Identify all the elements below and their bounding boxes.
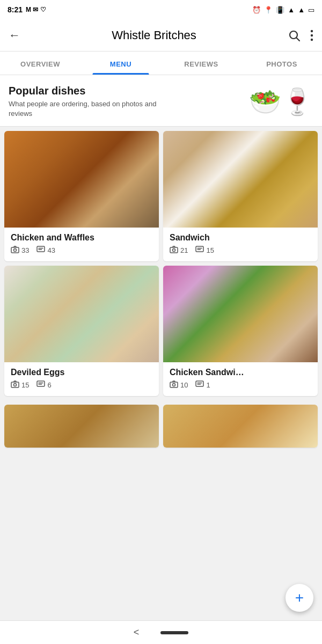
time-display: 8:21 (8, 5, 23, 14)
search-button[interactable] (288, 29, 301, 42)
app-bar-actions (288, 29, 313, 42)
svg-point-21 (173, 384, 175, 386)
svg-rect-5 (11, 247, 19, 253)
popular-dishes-header: Popular dishes What people are ordering,… (0, 75, 322, 127)
photo-stat-sandwich: 21 (170, 246, 188, 255)
dish-name-chicken-waffles: Chicken and Waffles (11, 233, 152, 243)
photo-stat-deviled-eggs: 15 (11, 380, 29, 390)
svg-point-4 (311, 38, 313, 40)
location-icon: 📍 (264, 6, 273, 14)
home-indicator[interactable] (160, 631, 188, 634)
popular-subtext: What people are ordering, based on photo… (9, 99, 170, 119)
partial-image-2 (163, 405, 318, 448)
svg-point-16 (14, 384, 17, 386)
review-stat-chicken-sandwich: 1 (195, 380, 210, 390)
alarm-icon: ⏰ (252, 6, 261, 14)
dish-image-deviled-eggs (4, 266, 159, 362)
svg-point-3 (311, 34, 313, 36)
tab-bar: OVERVIEW MENU REVIEWS PHOTOS (0, 52, 322, 75)
dish-image-chicken-waffles (4, 131, 159, 228)
dish-card-sandwich[interactable]: Sandwich 21 (163, 131, 318, 261)
photo-stat-chicken-waffles: 33 (11, 246, 29, 255)
partial-card-2[interactable] (163, 405, 318, 448)
back-button[interactable]: ← (9, 28, 20, 42)
photo-icon-3 (11, 380, 19, 390)
svg-rect-7 (37, 246, 45, 252)
photo-icon (11, 246, 19, 255)
bottom-nav: < (0, 620, 322, 644)
review-stat-deviled-eggs: 6 (36, 380, 51, 390)
nav-back-button[interactable]: < (134, 627, 140, 638)
partial-image-1 (4, 405, 159, 448)
dish-grid: Chicken and Waffles 33 (0, 127, 322, 400)
dish-name-deviled-eggs: Deviled Eggs (11, 368, 152, 377)
svg-rect-17 (37, 381, 45, 386)
wifi-icon: ▲ (288, 6, 295, 14)
partial-card-1[interactable] (4, 405, 159, 448)
svg-rect-22 (196, 381, 203, 386)
dish-card-chicken-waffles[interactable]: Chicken and Waffles 33 (4, 131, 159, 261)
signal-icon: ▲ (298, 6, 305, 14)
svg-rect-10 (170, 247, 178, 253)
popular-heading: Popular dishes (9, 85, 170, 97)
svg-rect-12 (196, 246, 203, 252)
review-stat-chicken-waffles: 43 (36, 246, 55, 255)
tab-photos[interactable]: PHOTOS (241, 52, 322, 75)
partial-dish-row (0, 400, 322, 452)
svg-point-2 (311, 30, 313, 32)
dish-card-chicken-sandwich[interactable]: Chicken Sandwi… 10 (163, 266, 318, 396)
dish-name-chicken-sandwich: Chicken Sandwi… (170, 368, 311, 377)
dish-card-deviled-eggs[interactable]: Deviled Eggs 15 (4, 266, 159, 396)
svg-point-6 (14, 249, 17, 252)
status-time: 8:21 M ✉ ♡ (8, 5, 46, 14)
dish-name-sandwich: Sandwich (170, 233, 311, 243)
more-options-button[interactable] (310, 29, 313, 42)
dish-image-chicken-sandwich (163, 266, 318, 362)
status-icons: M ✉ ♡ (26, 6, 46, 13)
svg-point-11 (173, 249, 175, 252)
status-bar: 8:21 M ✉ ♡ ⏰ 📍 📳 ▲ ▲ ▭ (0, 0, 322, 19)
tab-menu[interactable]: MENU (80, 52, 161, 75)
app-title: Whistle Britches (112, 28, 196, 42)
app-bar: ← Whistle Britches (0, 19, 322, 52)
battery-icon: ▭ (308, 6, 314, 14)
tab-overview[interactable]: OVERVIEW (0, 52, 80, 75)
review-stat-sandwich: 15 (195, 246, 214, 255)
photo-icon-2 (170, 246, 178, 255)
food-illustration: 🥗🍷 (249, 89, 313, 115)
svg-rect-20 (170, 382, 178, 387)
review-icon-2 (195, 246, 204, 255)
svg-line-1 (297, 38, 300, 41)
review-icon (36, 246, 45, 255)
photo-stat-chicken-sandwich: 10 (170, 380, 188, 390)
vibrate-icon: 📳 (276, 6, 284, 14)
tab-reviews[interactable]: REVIEWS (161, 52, 241, 75)
status-right-icons: ⏰ 📍 📳 ▲ ▲ ▭ (252, 6, 314, 14)
fab-button[interactable]: + (286, 584, 313, 612)
dish-image-sandwich (163, 131, 318, 228)
review-icon-3 (36, 380, 45, 390)
review-icon-4 (195, 380, 204, 390)
svg-rect-15 (11, 382, 19, 387)
photo-icon-4 (170, 380, 178, 390)
